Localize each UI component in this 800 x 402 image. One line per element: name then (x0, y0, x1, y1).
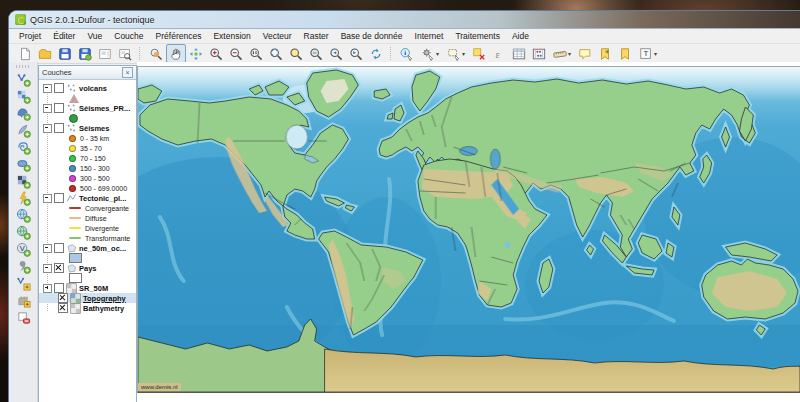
layer-visibility-checkbox[interactable] (54, 103, 64, 113)
zoom-in-button[interactable] (206, 44, 226, 63)
menu-traitements[interactable]: Traitements (449, 30, 506, 42)
layer-row-sr-50m[interactable]: SR_50M (39, 283, 136, 293)
map-tips-button[interactable] (575, 44, 595, 63)
layer-row-s-ismes-pr-[interactable]: Séismes_PR... (39, 103, 136, 113)
save-project-button[interactable] (55, 44, 75, 63)
map-canvas[interactable]: www.demis.nl (137, 66, 800, 393)
menu-vue[interactable]: Vue (81, 30, 108, 42)
layer-label[interactable]: Bathymetry (83, 304, 124, 313)
collapse-icon[interactable] (43, 194, 52, 203)
dropdown-arrow-icon[interactable]: ▾ (568, 50, 571, 57)
collapse-icon[interactable] (43, 124, 52, 133)
add-vector-layer-button[interactable] (14, 71, 32, 88)
open-attribute-table-button[interactable] (509, 44, 529, 63)
zoom-full-button[interactable] (266, 44, 286, 63)
menu-vecteur[interactable]: Vecteur (257, 30, 298, 42)
dropdown-arrow-icon[interactable]: ▾ (436, 50, 439, 57)
add-mssql-layer-button[interactable] (14, 139, 32, 156)
new-project-button[interactable] (15, 44, 35, 63)
zoom-next-button[interactable] (346, 44, 366, 63)
open-project-button[interactable] (35, 44, 55, 63)
field-calculator-button[interactable] (529, 44, 549, 63)
select-features-button[interactable]: ▾ (443, 44, 469, 63)
collapse-icon[interactable] (43, 244, 52, 253)
save-project-as-button[interactable] (75, 44, 95, 63)
pan-to-selection-button[interactable] (186, 44, 206, 63)
layer-label[interactable]: Séismes (79, 124, 109, 133)
add-oracle-layer-button[interactable] (14, 156, 32, 173)
layer-label[interactable]: SR_50M (79, 284, 108, 293)
layer-row-ne-50m-oc-[interactable]: ne_50m_oc... (39, 243, 136, 253)
layer-row-bathymetry[interactable]: Bathymetry (39, 303, 136, 313)
layer-row-volcans[interactable]: volcans (39, 83, 136, 93)
collapse-icon[interactable] (43, 84, 52, 93)
menu-pr-f-rences[interactable]: Préférences (150, 30, 208, 42)
title-bar[interactable]: QGIS 2.0.1-Dufour - tectonique (9, 11, 800, 29)
toolbar-grip[interactable] (16, 65, 30, 68)
layer-visibility-checkbox[interactable] (58, 293, 68, 303)
measure-button[interactable]: ▾ (549, 44, 575, 63)
add-wcs-layer-button[interactable] (14, 190, 32, 207)
zoom-native-button[interactable] (246, 44, 266, 63)
deselect-features-button[interactable] (469, 44, 489, 63)
zoom-last-button[interactable] (326, 44, 346, 63)
refresh-button[interactable] (366, 44, 386, 63)
layer-visibility-checkbox[interactable] (54, 243, 64, 253)
composer-manager-button[interactable] (115, 44, 135, 63)
add-delimited-text-layer-button[interactable] (14, 258, 32, 275)
zoom-to-layer-button[interactable] (306, 44, 326, 63)
collapse-icon[interactable] (43, 264, 52, 273)
layer-row-topography[interactable]: Topography (39, 293, 136, 303)
identify-features-button[interactable] (397, 44, 417, 63)
layer-row-pays[interactable]: Pays (39, 263, 136, 273)
run-feature-action-button[interactable]: ▾ (417, 44, 443, 63)
add-wfs-layer-button[interactable] (14, 207, 32, 224)
text-annotation-button[interactable]: T▾ (635, 44, 661, 63)
layer-label[interactable]: Séismes_PR... (79, 104, 130, 113)
dropdown-arrow-icon[interactable]: ▾ (654, 50, 657, 57)
add-web-layer-button[interactable] (14, 224, 32, 241)
add-raster-layer-button[interactable] (14, 88, 32, 105)
expand-icon[interactable] (43, 284, 52, 293)
new-composer-button[interactable] (95, 44, 115, 63)
remove-layer-button[interactable] (14, 309, 32, 326)
layer-row-tectonic-pl-[interactable]: Tectonic_pl... (39, 193, 136, 203)
show-bookmarks-button[interactable] (615, 44, 635, 63)
menu-projet[interactable]: Projet (13, 30, 47, 42)
layer-label[interactable]: Tectonic_pl... (79, 194, 126, 203)
layer-label[interactable]: Pays (79, 264, 97, 273)
zoom-to-selection-button[interactable] (286, 44, 306, 63)
menu-couche[interactable]: Couche (108, 30, 149, 42)
new-bookmark-button[interactable] (595, 44, 615, 63)
add-wms-layer-button[interactable] (14, 173, 32, 190)
zoom-out-button[interactable] (226, 44, 246, 63)
layer-label[interactable]: ne_50m_oc... (79, 244, 126, 253)
menu--diter[interactable]: Éditer (47, 30, 81, 42)
add-vector-web-layer-button[interactable]: V (14, 241, 32, 258)
add-postgis-layer-button[interactable] (14, 105, 32, 122)
new-spatialite-layer-button[interactable] (14, 292, 32, 309)
menu-internet[interactable]: Internet (409, 30, 450, 42)
layer-visibility-checkbox[interactable] (54, 123, 64, 133)
close-panel-icon[interactable]: × (122, 67, 133, 78)
menu-base-de-donn-e[interactable]: Base de donnée (335, 30, 409, 42)
add-spatialite-layer-button[interactable] (14, 122, 32, 139)
menu-raster[interactable]: Raster (298, 30, 335, 42)
pan-map-button[interactable] (166, 44, 186, 63)
layer-label[interactable]: Topography (83, 294, 126, 303)
layer-visibility-checkbox[interactable] (54, 83, 64, 93)
layer-visibility-checkbox[interactable] (54, 283, 64, 293)
menu-extension[interactable]: Extension (207, 30, 256, 42)
menu-aide[interactable]: Aide (506, 30, 535, 42)
dropdown-arrow-icon[interactable]: ▾ (462, 50, 465, 57)
layer-visibility-checkbox[interactable] (58, 303, 68, 313)
layers-panel-header[interactable]: Couches × (39, 66, 136, 80)
select-by-expression-button[interactable]: ε (489, 44, 509, 63)
collapse-icon[interactable] (43, 104, 52, 113)
touch-zoom-button[interactable] (146, 44, 166, 63)
layer-row-s-ismes[interactable]: Séismes (39, 123, 136, 133)
layer-visibility-checkbox[interactable] (54, 263, 64, 273)
layer-visibility-checkbox[interactable] (54, 193, 64, 203)
new-shapefile-layer-button[interactable] (14, 275, 32, 292)
layer-label[interactable]: volcans (79, 84, 107, 93)
